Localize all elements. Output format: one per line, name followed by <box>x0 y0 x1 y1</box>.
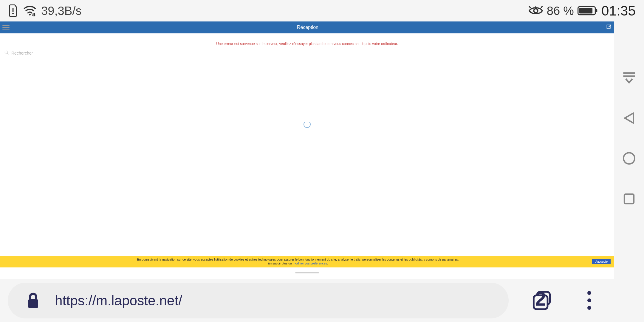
search-icon <box>4 50 9 56</box>
error-text: Une erreur est survenue sur le serveur, … <box>216 42 398 46</box>
mail-list-area <box>0 58 614 279</box>
menu-hamburger-icon[interactable] <box>2 24 10 31</box>
sim-alert-icon <box>8 4 18 17</box>
search-input[interactable] <box>11 51 610 55</box>
clock: 01:35 <box>601 3 636 19</box>
eye-icon <box>528 6 543 16</box>
tabs-button[interactable]: 2 <box>532 291 552 310</box>
svg-rect-8 <box>579 8 592 14</box>
svg-point-2 <box>29 14 31 16</box>
svg-line-5 <box>541 6 542 8</box>
battery-icon <box>578 6 598 16</box>
battery-percent: 86 % <box>547 4 574 18</box>
nav-recents-icon[interactable] <box>621 191 637 207</box>
svg-line-11 <box>7 53 8 54</box>
drag-handle[interactable] <box>295 272 319 273</box>
wifi-icon <box>23 5 36 16</box>
cookie-text: En poursuivant la navigation sur ce site… <box>4 258 592 266</box>
svg-point-3 <box>534 9 538 13</box>
status-bar: 39,3B/s 86 % 01:35 <box>0 0 644 21</box>
error-banner: ! Une erreur est survenue sur le serveur… <box>0 33 614 49</box>
svg-rect-9 <box>596 9 597 12</box>
svg-line-4 <box>529 6 530 8</box>
svg-rect-16 <box>624 194 634 204</box>
search-bar[interactable] <box>0 49 614 58</box>
compose-icon[interactable] <box>606 24 612 31</box>
cookie-banner: En poursuivant la navigation sur ce site… <box>0 256 614 267</box>
cookie-preferences-link[interactable]: modifier vos préférences <box>293 261 327 265</box>
loading-spinner-icon <box>304 121 311 128</box>
dot-icon <box>587 291 591 295</box>
webpage-viewport: Réception ! Une erreur est survenue sur … <box>0 21 614 279</box>
app-title: Réception <box>10 25 606 30</box>
tab-count: 2 <box>535 290 546 310</box>
svg-rect-17 <box>28 299 38 308</box>
app-header: Réception <box>0 21 614 33</box>
url-text: https://m.laposte.net/ <box>55 292 182 309</box>
cookie-accept-button[interactable]: J'accepte <box>592 259 611 264</box>
dot-icon <box>587 298 591 302</box>
url-bar[interactable]: https://m.laposte.net/ <box>8 283 509 318</box>
error-icon: ! <box>2 35 4 40</box>
lock-icon <box>26 292 41 309</box>
dot-icon <box>587 306 591 310</box>
system-nav-rail <box>614 21 644 279</box>
network-speed: 39,3B/s <box>41 4 82 18</box>
svg-point-1 <box>12 13 14 14</box>
svg-point-15 <box>623 153 635 164</box>
browser-menu-button[interactable] <box>582 291 596 310</box>
svg-marker-14 <box>625 113 633 123</box>
browser-toolbar: https://m.laposte.net/ 2 <box>0 279 644 322</box>
nav-pulldown-icon[interactable] <box>621 69 637 86</box>
nav-back-icon[interactable] <box>621 110 637 126</box>
nav-home-icon[interactable] <box>621 150 637 167</box>
